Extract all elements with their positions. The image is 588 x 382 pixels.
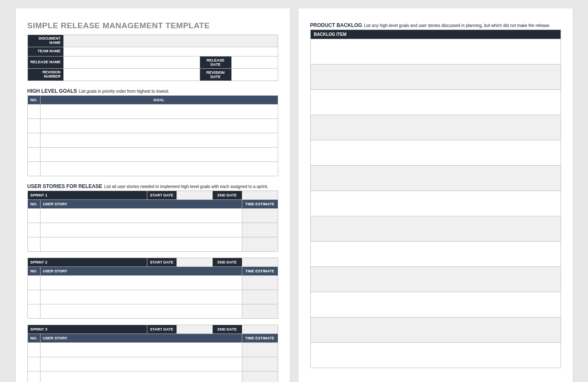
page-2: PRODUCT BACKLOG List any high-level goal… <box>298 8 573 382</box>
sprint-col-no: NO. <box>27 199 40 208</box>
goal-row-cell[interactable] <box>40 133 278 147</box>
backlog-row[interactable] <box>310 115 561 140</box>
story-cell[interactable] <box>40 223 242 237</box>
backlog-row[interactable] <box>310 242 561 267</box>
goal-row-no[interactable] <box>27 147 40 161</box>
sprint-col-estimate: TIME ESTIMATE <box>242 334 278 342</box>
goals-table: NO. GOAL <box>27 95 278 176</box>
goal-row-cell[interactable] <box>40 161 278 176</box>
sprint-2-end-input[interactable] <box>242 258 278 266</box>
sprint-col-story: USER STORY <box>40 199 242 208</box>
team-name-label: TEAM NAME <box>27 47 63 56</box>
story-no[interactable] <box>27 371 40 382</box>
backlog-table: BACKLOG ITEM <box>310 30 561 368</box>
backlog-row[interactable] <box>310 90 561 115</box>
sprint-1-start-input[interactable] <box>176 191 212 199</box>
story-cell[interactable] <box>40 275 242 290</box>
goal-row-no[interactable] <box>27 118 40 133</box>
story-cell[interactable] <box>40 304 242 318</box>
document-name-label: DOCUMENT NAME <box>27 35 63 47</box>
stories-heading-title: USER STORIES FOR RELEASE <box>27 183 103 189</box>
story-no[interactable] <box>27 290 40 304</box>
backlog-col-header: BACKLOG ITEM <box>310 30 561 39</box>
story-no[interactable] <box>27 357 40 371</box>
goal-row-no[interactable] <box>27 161 40 176</box>
goal-row-cell[interactable] <box>40 147 278 161</box>
sprint-2-end-label: END DATE <box>212 258 242 266</box>
info-table: DOCUMENT NAME TEAM NAME RELEASE NAME REL… <box>27 35 278 81</box>
backlog-row[interactable] <box>310 39 561 65</box>
sprint-1-end-label: END DATE <box>212 191 242 199</box>
revision-number-label: REVISION NUMBER <box>27 68 63 81</box>
release-name-label: RELEASE NAME <box>27 56 63 68</box>
story-cell[interactable] <box>40 290 242 304</box>
goals-heading: HIGH LEVEL GOALS List goals in priority … <box>27 87 278 94</box>
goals-col-no: NO. <box>27 95 40 104</box>
backlog-row[interactable] <box>310 267 561 292</box>
story-estimate[interactable] <box>242 290 278 304</box>
document-name-input[interactable] <box>63 35 278 47</box>
backlog-row[interactable] <box>310 140 561 166</box>
sprint-3-end-input[interactable] <box>242 325 278 334</box>
backlog-row[interactable] <box>310 216 561 242</box>
story-no[interactable] <box>27 237 40 251</box>
backlog-row[interactable] <box>310 166 561 191</box>
story-cell[interactable] <box>40 357 242 371</box>
release-name-input[interactable] <box>63 56 200 68</box>
story-estimate[interactable] <box>242 275 278 290</box>
release-date-label: RELEASE DATE <box>200 56 231 68</box>
sprint-2-start-input[interactable] <box>176 258 212 266</box>
goal-row-cell[interactable] <box>40 104 278 118</box>
sprint-1-end-input[interactable] <box>242 191 278 199</box>
sprint-3-table: SPRINT 3 START DATE END DATE NO. USER ST… <box>27 325 278 382</box>
story-no[interactable] <box>27 342 40 357</box>
story-estimate[interactable] <box>242 237 278 251</box>
team-name-input[interactable] <box>63 47 278 56</box>
goal-row-no[interactable] <box>27 104 40 118</box>
sprint-1-name: SPRINT 1 <box>27 191 147 199</box>
story-estimate[interactable] <box>242 357 278 371</box>
backlog-row[interactable] <box>310 292 561 317</box>
revision-date-label: REVISION DATE <box>200 68 231 81</box>
story-cell[interactable] <box>40 208 242 223</box>
sprint-col-story: USER STORY <box>40 266 242 275</box>
backlog-heading-desc: List any high-level goals and user stori… <box>364 23 550 28</box>
sprint-col-estimate: TIME ESTIMATE <box>242 199 278 208</box>
story-no[interactable] <box>27 304 40 318</box>
sprint-3-start-input[interactable] <box>176 325 212 334</box>
sprint-2-name: SPRINT 2 <box>27 258 147 266</box>
sprint-1-table: SPRINT 1 START DATE END DATE NO. USER ST… <box>27 191 278 252</box>
story-estimate[interactable] <box>242 223 278 237</box>
backlog-row[interactable] <box>310 65 561 90</box>
revision-date-input[interactable] <box>231 68 278 81</box>
revision-number-input[interactable] <box>63 68 200 81</box>
sprint-3-name: SPRINT 3 <box>27 325 147 334</box>
backlog-row[interactable] <box>310 191 561 216</box>
sprint-col-no: NO. <box>27 266 40 275</box>
sprint-3-end-label: END DATE <box>212 325 242 334</box>
release-date-input[interactable] <box>231 56 278 68</box>
goal-row-no[interactable] <box>27 133 40 147</box>
story-estimate[interactable] <box>242 342 278 357</box>
story-cell[interactable] <box>40 342 242 357</box>
story-estimate[interactable] <box>242 371 278 382</box>
sprint-2-block: SPRINT 2 START DATE END DATE NO. USER ST… <box>27 258 278 319</box>
story-no[interactable] <box>27 275 40 290</box>
sprint-1-block: SPRINT 1 START DATE END DATE NO. USER ST… <box>27 191 278 252</box>
story-cell[interactable] <box>40 237 242 251</box>
story-no[interactable] <box>27 223 40 237</box>
goals-col-goal: GOAL <box>40 95 278 104</box>
document-title: SIMPLE RELEASE MANAGEMENT TEMPLATE <box>27 21 278 30</box>
sprint-2-start-label: START DATE <box>147 258 176 266</box>
sprint-col-estimate: TIME ESTIMATE <box>242 266 278 275</box>
backlog-heading: PRODUCT BACKLOG List any high-level goal… <box>310 21 561 29</box>
backlog-row[interactable] <box>310 317 561 343</box>
story-estimate[interactable] <box>242 208 278 223</box>
goal-row-cell[interactable] <box>40 118 278 133</box>
page-1: SIMPLE RELEASE MANAGEMENT TEMPLATE DOCUM… <box>16 8 290 382</box>
backlog-row[interactable] <box>310 343 561 368</box>
story-estimate[interactable] <box>242 304 278 318</box>
story-cell[interactable] <box>40 371 242 382</box>
goals-heading-title: HIGH LEVEL GOALS <box>27 88 77 94</box>
story-no[interactable] <box>27 208 40 223</box>
